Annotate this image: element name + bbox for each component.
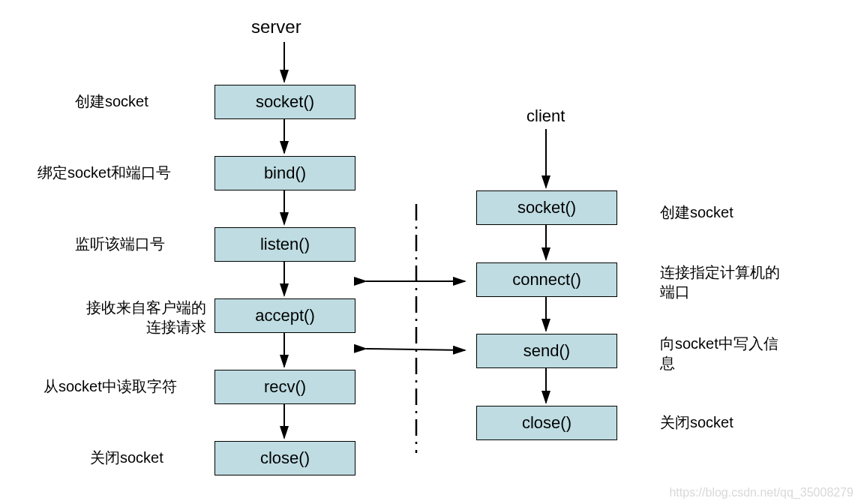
client-box-send: send(): [476, 334, 617, 368]
arrow-cross-send: [366, 349, 465, 350]
client-box-socket-text: socket(): [518, 198, 576, 218]
server-box-listen-text: listen(): [260, 235, 310, 254]
server-box-bind: bind(): [214, 156, 356, 190]
server-box-accept-text: accept(): [255, 306, 314, 326]
client-label-connect: 连接指定计算机的 端口: [660, 262, 780, 302]
client-box-connect-text: connect(): [512, 270, 581, 290]
client-box-send-text: send(): [524, 341, 570, 361]
server-box-socket: socket(): [214, 85, 356, 119]
server-box-listen: listen(): [214, 227, 356, 262]
client-label-socket: 创建socket: [660, 202, 734, 222]
server-box-recv: recv(): [214, 370, 356, 404]
client-label-close: 关闭socket: [660, 412, 734, 432]
server-box-accept: accept(): [214, 298, 356, 333]
client-box-socket: socket(): [476, 190, 617, 225]
client-title: client: [526, 106, 565, 126]
client-box-close: close(): [476, 406, 617, 440]
server-label-socket: 创建socket: [75, 92, 148, 111]
client-box-connect: connect(): [476, 262, 617, 297]
server-box-socket-text: socket(): [256, 92, 314, 112]
server-label-recv: 从socket中读取字符: [44, 376, 177, 396]
server-box-close: close(): [214, 441, 356, 476]
server-box-recv-text: recv(): [264, 377, 306, 397]
server-box-close-text: close(): [260, 448, 310, 468]
client-label-send: 向socket中写入信 息: [660, 334, 778, 373]
server-title: server: [251, 16, 302, 38]
server-label-listen: 监听该端口号: [75, 234, 165, 254]
server-label-bind: 绑定socket和端口号: [38, 163, 171, 182]
server-label-close: 关闭socket: [90, 448, 164, 467]
server-label-accept: 接收来自客户端的 连接请求: [45, 298, 206, 337]
client-box-close-text: close(): [522, 413, 572, 433]
watermark: https://blog.csdn.net/qq_35008279: [669, 486, 854, 500]
server-box-bind-text: bind(): [264, 164, 306, 183]
